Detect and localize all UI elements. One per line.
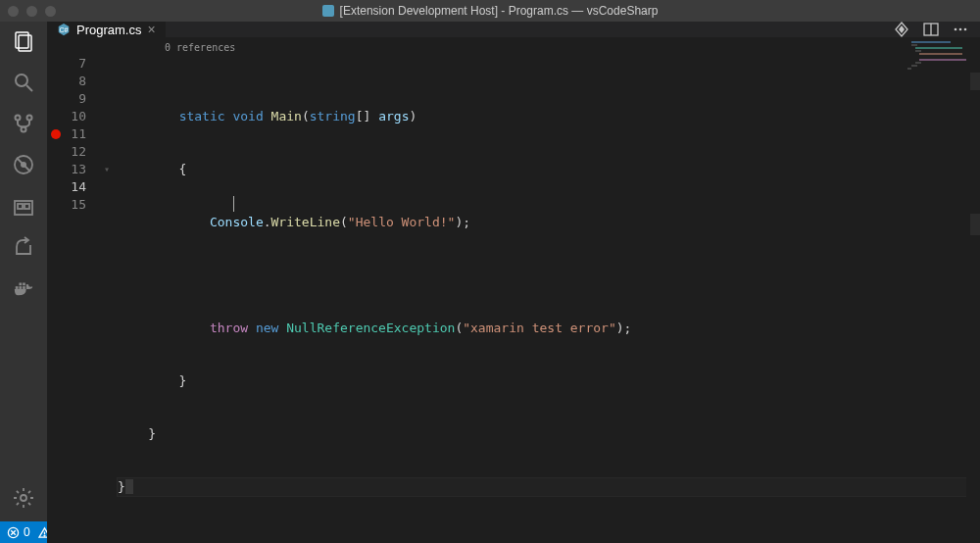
code-line: Console.WriteLine("Hello World!"); [118,214,980,231]
vertical-scrollbar[interactable] [966,37,980,543]
code-line: throw new NullReferenceException("xamari… [118,320,980,337]
settings-gear-icon[interactable] [12,486,35,510]
code-line: } [118,372,980,390]
line-number: 10 [65,108,86,125]
docker-icon[interactable] [12,276,35,300]
maximize-window-button[interactable] [45,6,56,17]
csharp-file-icon: C# [57,23,71,36]
fold-marker-icon[interactable]: ▾ [104,161,118,178]
activity-bar [0,22,47,521]
tab-close-icon[interactable]: × [147,22,155,37]
code-line [118,531,980,543]
svg-point-29 [44,535,45,536]
svg-point-9 [21,162,26,168]
code-content[interactable]: 0 references static void Main(string[] a… [118,37,980,543]
file-type-icon [322,5,334,17]
window-title-text: [Extension Development Host] - Program.c… [340,4,659,18]
scroll-thumb[interactable] [970,73,980,90]
svg-point-24 [964,28,967,31]
svg-rect-17 [23,283,25,286]
tab-program-cs[interactable]: C# Program.cs × [47,22,167,37]
fold-column[interactable]: ▾ [104,37,118,543]
source-control-icon[interactable] [12,112,35,135]
code-line: static void Main(string[] args) [118,108,980,125]
code-line [118,267,980,284]
line-number: 7 [65,55,86,73]
editor-tabs: C# Program.cs × [47,22,980,37]
minimize-window-button[interactable] [26,6,37,17]
svg-point-18 [21,495,26,501]
window-title: [Extension Development Host] - Program.c… [322,4,659,18]
svg-rect-11 [18,204,23,209]
line-number: 8 [65,73,86,90]
explorer-icon[interactable] [12,29,35,53]
debug-icon[interactable] [12,153,35,176]
line-numbers: 7 8 9 10 11 12 13 14 15 [65,37,104,543]
text-cursor-icon [233,196,234,212]
svg-point-2 [16,74,27,86]
svg-text:C#: C# [60,26,69,33]
svg-point-22 [955,28,957,31]
svg-rect-14 [19,286,22,289]
tab-label: Program.cs [76,23,141,37]
breakpoint-marker[interactable] [51,129,61,139]
compare-icon[interactable] [894,22,909,37]
line-number: 11 [65,125,86,143]
error-icon [7,526,20,539]
editor-actions [894,22,980,37]
share-icon[interactable] [12,235,35,259]
codelens[interactable]: 0 references [165,39,235,57]
code-line: { [118,161,980,178]
scroll-thumb[interactable] [970,214,980,235]
main-area: C# Program.cs × 7 8 9 10 [0,22,980,521]
line-number: 14 [65,178,86,196]
traffic-lights [8,6,56,17]
code-line: } [118,425,980,443]
close-window-button[interactable] [8,6,19,17]
search-icon[interactable] [12,71,35,94]
svg-rect-16 [19,283,22,286]
svg-point-4 [16,116,21,121]
svg-point-5 [27,116,32,121]
window: [Extension Development Host] - Program.c… [0,0,980,543]
split-editor-icon[interactable] [923,22,939,37]
svg-line-3 [26,85,32,91]
titlebar: [Extension Development Host] - Program.c… [0,0,980,22]
svg-rect-13 [16,286,19,289]
code-editor[interactable]: 7 8 9 10 11 12 13 14 15 ▾ 0 references [47,37,980,543]
editor-group: C# Program.cs × 7 8 9 10 [47,22,980,521]
svg-point-23 [959,28,962,31]
svg-rect-15 [23,286,25,289]
more-actions-icon[interactable] [953,22,968,37]
glyph-margin[interactable] [47,37,65,543]
line-number: 13 [65,161,86,178]
line-number: 15 [65,196,86,214]
extensions-icon[interactable] [12,194,35,218]
code-line: } [118,478,980,496]
svg-rect-12 [24,204,29,209]
line-number: 12 [65,143,86,161]
line-number: 9 [65,90,86,108]
